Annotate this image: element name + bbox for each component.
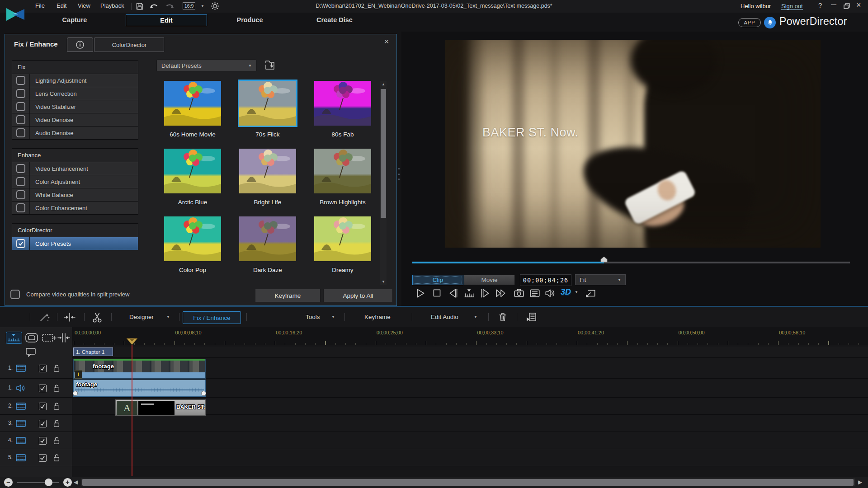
seek-bar[interactable]: [412, 262, 850, 263]
chapter-marker[interactable]: 1. Chapter 1: [73, 347, 113, 356]
ruler-mode-icon[interactable]: [6, 332, 22, 344]
option-video-enhancement[interactable]: Video Enhancement: [12, 162, 138, 175]
designer-menu[interactable]: Designer: [129, 314, 154, 320]
edit-audio-menu[interactable]: Edit Audio: [431, 314, 458, 320]
track-enable-checkbox[interactable]: [39, 403, 47, 410]
presets-dropdown[interactable]: Default Presets ▼: [156, 59, 257, 72]
audio-clip-footage[interactable]: footage: [73, 380, 206, 397]
preset-dreamy[interactable]: Dreamy: [314, 216, 371, 277]
preset-80s-fab[interactable]: 80s Fab: [314, 81, 371, 142]
menu-file[interactable]: File: [35, 2, 45, 9]
preset-thumbnail[interactable]: [239, 216, 296, 261]
title-clip-baker-st[interactable]: A BAKER ST. No: [115, 399, 206, 416]
tab-produce[interactable]: Produce: [217, 14, 283, 25]
restore-button[interactable]: [844, 3, 850, 9]
add-track-icon[interactable]: [42, 332, 57, 344]
video-preview[interactable]: BAKER ST. Now.: [445, 40, 821, 248]
scrollbar-thumb[interactable]: [381, 89, 386, 218]
checkbox[interactable]: [16, 76, 25, 85]
undock-preview-icon[interactable]: [585, 287, 596, 299]
import-preset-icon[interactable]: [263, 58, 277, 72]
preset-dark-daze[interactable]: Dark Daze: [239, 216, 296, 277]
tab-create-disc[interactable]: Create Disc: [298, 14, 371, 25]
trim-scissors-icon[interactable]: [91, 312, 103, 324]
scroll-down-icon[interactable]: ▼: [380, 280, 387, 284]
preset-thumbnail[interactable]: [239, 81, 296, 126]
track-lock-icon[interactable]: [52, 384, 61, 392]
audio-track-icon[interactable]: [15, 384, 26, 393]
play-button[interactable]: [415, 287, 426, 299]
zoom-slider-handle[interactable]: [45, 479, 52, 486]
next-frame-button[interactable]: [479, 287, 491, 299]
seek-to-marker-button[interactable]: [463, 287, 475, 299]
option-white-balance[interactable]: White Balance: [12, 188, 138, 202]
info-button[interactable]: [67, 38, 93, 52]
preset-thumbnail[interactable]: [164, 149, 221, 193]
apply-to-all-button[interactable]: Apply to All: [323, 289, 393, 302]
preset-bright-life[interactable]: Bright Life: [239, 149, 296, 210]
chevron-down-icon[interactable]: ▼: [201, 4, 204, 8]
tab-edit[interactable]: Edit: [126, 14, 207, 26]
track-enable-checkbox[interactable]: [39, 365, 47, 372]
snapshot-camera-icon[interactable]: [513, 287, 525, 299]
option-color-enhancement[interactable]: Color Enhancement: [12, 202, 138, 214]
seek-handle[interactable]: [600, 257, 608, 263]
playhead-marker[interactable]: [126, 338, 138, 345]
checkbox[interactable]: [16, 102, 25, 111]
undo-icon[interactable]: [149, 2, 159, 10]
preview-quality-icon[interactable]: [529, 287, 541, 299]
track-lock-icon[interactable]: [52, 453, 61, 462]
aspect-ratio-selector[interactable]: 16:9: [183, 2, 195, 9]
stereo-3d-button[interactable]: 3D: [561, 287, 571, 297]
storyboard-view-icon[interactable]: [24, 332, 39, 344]
checkbox[interactable]: [16, 190, 25, 199]
track-lock-icon[interactable]: [52, 364, 61, 372]
tab-capture[interactable]: Capture: [45, 14, 104, 25]
preset-60s-home-movie[interactable]: 60s Home Movie: [164, 81, 221, 142]
gear-icon[interactable]: [211, 2, 219, 10]
audio-keyframe-handle[interactable]: [73, 391, 78, 396]
clip-mode-button[interactable]: Clip: [412, 275, 463, 285]
scroll-right-icon[interactable]: ▶: [858, 479, 862, 485]
stereo-dropdown-icon[interactable]: ▼: [575, 290, 578, 294]
checkbox[interactable]: [16, 115, 25, 124]
track-enable-checkbox[interactable]: [39, 385, 47, 392]
checkbox[interactable]: [16, 128, 25, 137]
track-lock-icon[interactable]: [52, 436, 61, 445]
option-color-adjustment[interactable]: Color Adjustment: [12, 175, 138, 188]
timeline-track-4[interactable]: [72, 432, 868, 449]
chevron-down-icon[interactable]: ▼: [166, 315, 170, 319]
fast-forward-button[interactable]: [495, 287, 507, 299]
split-clip-icon[interactable]: [63, 312, 76, 323]
magic-fix-wand-icon[interactable]: [39, 312, 51, 323]
save-icon[interactable]: [136, 2, 144, 10]
compare-split-preview-checkbox[interactable]: Compare video qualities in split preview: [10, 290, 129, 299]
checkbox[interactable]: [16, 164, 25, 173]
zoom-out-icon[interactable]: –: [4, 478, 13, 487]
help-button[interactable]: ?: [818, 1, 822, 9]
audio-volume-line[interactable]: [75, 389, 204, 390]
preset-brown-highlights[interactable]: Brown Highlights: [314, 149, 371, 210]
video-track-icon[interactable]: [15, 453, 26, 462]
keyframe-button[interactable]: Keyframe: [255, 289, 321, 302]
volume-icon[interactable]: [544, 287, 556, 299]
track-enable-checkbox[interactable]: [39, 420, 47, 427]
scroll-up-icon[interactable]: ▲: [380, 82, 387, 86]
zoom-slider[interactable]: [17, 482, 59, 483]
preset-color-pop[interactable]: Color Pop: [164, 216, 221, 277]
option-lighting-adjustment[interactable]: Lighting Adjustment: [12, 74, 138, 87]
menu-view[interactable]: View: [78, 2, 90, 9]
video-clip-footage[interactable]: footage i: [73, 359, 206, 379]
preset-thumbnail[interactable]: [314, 81, 371, 126]
clip-info-icon[interactable]: i: [75, 370, 82, 379]
zoom-in-icon[interactable]: +: [63, 478, 72, 487]
video-track-icon[interactable]: [15, 402, 26, 411]
timeline-scrollbar[interactable]: [81, 479, 855, 486]
keyframe-menu[interactable]: Keyframe: [364, 314, 391, 320]
video-track-icon[interactable]: [15, 436, 26, 445]
preset-70s-flick[interactable]: 70s Flick: [239, 81, 296, 142]
option-video-denoise[interactable]: Video Denoise: [12, 113, 138, 127]
zoom-fit-dropdown[interactable]: Fit ▼: [575, 274, 626, 285]
minimize-button[interactable]: —: [831, 1, 836, 8]
app-badge[interactable]: APP: [738, 18, 761, 27]
